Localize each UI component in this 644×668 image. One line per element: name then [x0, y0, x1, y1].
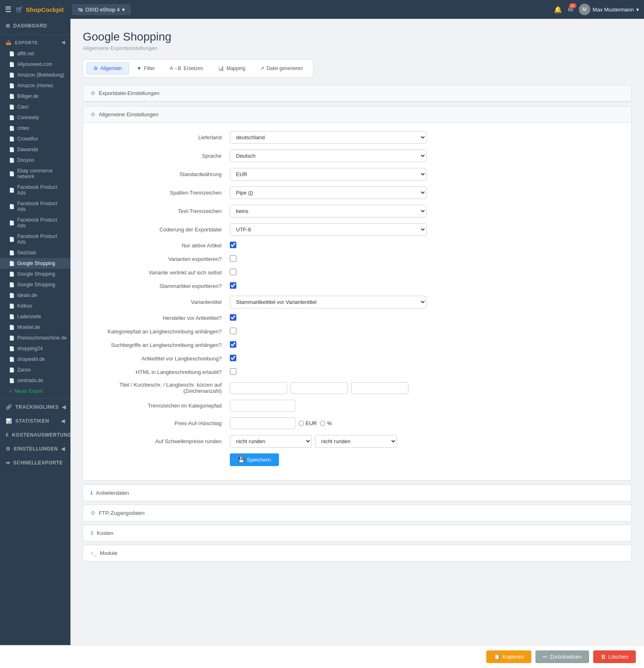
sidebar-item-29[interactable]: +Neuer Export: [0, 386, 70, 396]
sidebar-item-28[interactable]: 📄zentrada.de: [0, 375, 70, 386]
sidebar-item-3[interactable]: 📄Amazon (Home): [0, 80, 70, 91]
tab-allgemein[interactable]: ⚙ Allgemein: [86, 62, 129, 75]
lieferland-select[interactable]: deutschland österreich schweiz: [230, 131, 426, 144]
allgemeine-header[interactable]: ⚙ Allgemeine Einstellungen: [83, 106, 631, 123]
titel-kuerzen-input-2[interactable]: [290, 382, 348, 394]
sidebar-item-13[interactable]: 📄Facebook Product Ads: [0, 198, 70, 215]
sidebar-item-4[interactable]: 📄Billiger.de: [0, 91, 70, 102]
module-header[interactable]: >_ Module: [83, 545, 631, 561]
codierung-select[interactable]: UTF-8 ISO-8859-1: [230, 223, 426, 236]
suchbegriffe-checkbox[interactable]: [230, 341, 236, 348]
variantentitel-select[interactable]: Stammartikeltitel vor Variantentitel Var…: [230, 296, 426, 308]
sidebar-item-2[interactable]: 📄Amazon (Bekleidung): [0, 70, 70, 80]
tab-mapping[interactable]: 📊 Mapping: [211, 62, 252, 75]
loeschen-button[interactable]: 🗑 Löschen: [593, 650, 636, 663]
chevron-icon: ◀: [61, 446, 65, 452]
sidebar-item-24[interactable]: 📄Preissuchmaschine.de: [0, 333, 70, 343]
sprache-select[interactable]: Deutsch English: [230, 149, 426, 162]
sidebar-item-12[interactable]: 📄Facebook Product Ads: [0, 182, 70, 198]
sidebar-item-27[interactable]: 📄Zanox: [0, 365, 70, 375]
sidebar-item-einstellungen[interactable]: ⚙ EINSTELLUNGEN ◀: [0, 442, 70, 456]
sidebar-item-5[interactable]: 📄Ciao!: [0, 102, 70, 112]
standardwaehrung-select[interactable]: EUR USD: [230, 168, 426, 181]
sidebar-item-23[interactable]: 📄Moebel.de: [0, 322, 70, 333]
preis-pct-radio-label[interactable]: %: [320, 420, 332, 426]
sidebar-item-8[interactable]: 📄Crowdfox: [0, 134, 70, 144]
sidebar-item-15[interactable]: 📄Facebook Product Ads: [0, 231, 70, 247]
sidebar-item-11[interactable]: 📄Ebay commerce network: [0, 165, 70, 182]
titel-kuerzen-input-1[interactable]: [230, 382, 287, 394]
chevron-down-icon: ▾: [122, 7, 125, 13]
sidebar-item-18[interactable]: 📄Google Shopping: [0, 269, 70, 279]
sidebar-item-label: Neuer Export: [14, 388, 43, 394]
user-menu[interactable]: M Max Mustermann ▾: [579, 4, 639, 15]
exportdatei-header[interactable]: ⚙ Exportdatei-Einstellungen: [83, 85, 631, 102]
sidebar-item-dashboard[interactable]: ⊞ DASHBOARD: [0, 19, 70, 33]
preis-eur-radio[interactable]: [299, 421, 304, 426]
sidebar-items: 📄affili.net📄Allyouneed.com📄Amazon (Bekle…: [0, 48, 70, 396]
menu-icon[interactable]: ☰: [5, 5, 11, 14]
nur-aktive-checkbox[interactable]: [230, 242, 236, 248]
kosten-header[interactable]: $ Kosten: [83, 525, 631, 541]
notifications-bell[interactable]: 🔔: [554, 6, 562, 14]
sidebar-item-19[interactable]: 📄Google Shopping: [0, 279, 70, 290]
list-icon: 📄: [9, 250, 15, 256]
hersteller-checkbox[interactable]: [230, 314, 236, 321]
sidebar-item-25[interactable]: 📄shopping24: [0, 343, 70, 354]
kategoriepfad-checkbox[interactable]: [230, 328, 236, 334]
sidebar-item-schnellexporte[interactable]: ➡ SCHNELLEXPORTE: [0, 456, 70, 470]
variante-verlinkt-checkbox[interactable]: [230, 269, 236, 275]
preis-input[interactable]: [230, 417, 295, 429]
schwellenpreise-select-2[interactable]: nicht runden aufrunden abrunden: [315, 435, 397, 448]
trennzeichen-input[interactable]: [230, 400, 295, 412]
sidebar-item-1[interactable]: 📄Allyouneed.com: [0, 59, 70, 70]
speichern-button[interactable]: 💾 Speichern: [230, 453, 279, 466]
list-icon: 📄: [9, 115, 15, 120]
html-checkbox[interactable]: [230, 368, 236, 375]
variantentitel-row: Variantentitel Stammartikeltitel vor Var…: [91, 296, 624, 308]
schwellenpreise-select-1[interactable]: nicht runden 0,05 0,10: [230, 435, 312, 448]
sidebar-item-9[interactable]: 📄Dawanda: [0, 144, 70, 155]
sidebar-item-7[interactable]: 📄criteo: [0, 123, 70, 134]
sidebar-item-trackinglinks[interactable]: 🔗 TRACKINGLINKS ◀: [0, 400, 70, 414]
save-icon: 💾: [238, 457, 245, 463]
list-icon: 📄: [9, 335, 15, 341]
sidebar-item-0[interactable]: 📄affili.net: [0, 48, 70, 59]
sidebar-item-26[interactable]: 📄shopwahl.de: [0, 354, 70, 365]
sidebar-section-exporte[interactable]: 📤 EXPORTE ◀: [0, 36, 70, 48]
artikeltitel-checkbox[interactable]: [230, 355, 236, 361]
sidebar-item-14[interactable]: 📄Facebook Product Ads: [0, 215, 70, 231]
spalten-trennzeichen-select[interactable]: Pipe (|) Komma (,) Semikolon (;): [230, 186, 426, 199]
stammartikel-checkbox[interactable]: [230, 282, 236, 289]
gear-icon: ⚙: [91, 111, 95, 118]
tab-datei-generieren[interactable]: ↗ Datei generieren: [253, 62, 310, 75]
mail-badge: 22: [569, 3, 576, 8]
sidebar-item-22[interactable]: 📄Ladenzeile: [0, 311, 70, 322]
anbieterdaten-header[interactable]: ℹ Anbieterdaten: [83, 485, 631, 501]
sidebar-item-kostenauswertung[interactable]: € KOSTENAUSWERTUNG: [0, 428, 70, 442]
sidebar-item-6[interactable]: 📄Connexity: [0, 112, 70, 123]
sidebar-item-label: Google Shopping: [17, 271, 55, 277]
mail-button[interactable]: ✉ 22: [568, 6, 573, 14]
ftp-header[interactable]: ⚙ FTP-Zugangsdaten: [83, 505, 631, 521]
text-trennzeichen-select[interactable]: keins " (Anführungszeichen): [230, 205, 426, 217]
titel-kuerzen-input-3[interactable]: [351, 382, 408, 394]
tab-filter[interactable]: ▼ Filter: [130, 62, 162, 75]
sidebar-item-10[interactable]: 📄Dooyoo: [0, 155, 70, 165]
preis-pct-radio[interactable]: [320, 421, 325, 426]
sidebar-item-16[interactable]: 📄Geizhals: [0, 247, 70, 258]
list-icon: +: [9, 389, 11, 394]
sidebar-item-statistiken[interactable]: 📊 STATISTIKEN ◀: [0, 414, 70, 428]
sidebar-item-20[interactable]: 📄idealo.de: [0, 290, 70, 301]
zuruecksetzen-button[interactable]: ↩ Zurücksetzen: [535, 650, 589, 663]
varianten-exportieren-checkbox[interactable]: [230, 255, 236, 262]
tab-ersetzen[interactable]: A→B Ersetzen: [163, 62, 210, 75]
sidebar-item-21[interactable]: 📄Kelkoo: [0, 301, 70, 311]
preis-eur-radio-label[interactable]: EUR: [299, 420, 317, 426]
list-icon: 📄: [9, 237, 15, 242]
shop-selector[interactable]: 🛍 OXID eShop 4 ▾: [72, 4, 131, 15]
kopieren-button[interactable]: 📋 Kopieren: [486, 650, 531, 663]
sidebar-item-17[interactable]: 📄Google Shopping: [0, 258, 70, 269]
sidebar-item-label: Facebook Product Ads: [17, 233, 65, 245]
text-trennzeichen-label: Text-Trennzeichen: [91, 208, 230, 214]
